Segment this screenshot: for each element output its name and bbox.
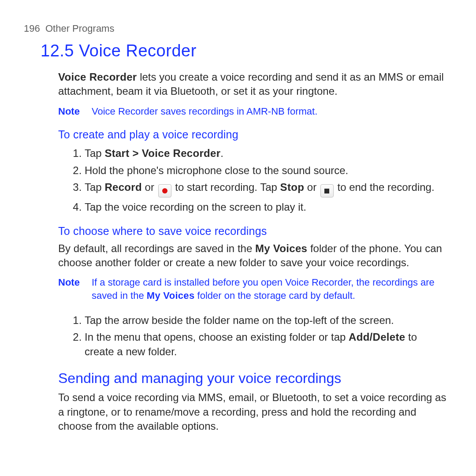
- subhead-create-play: To create and play a voice recording: [58, 127, 448, 142]
- note-label: Note: [58, 276, 92, 302]
- text: Tap: [85, 181, 104, 193]
- step-4: Tap the voice recording on the screen to…: [85, 199, 448, 216]
- page-number: 196: [24, 23, 40, 34]
- text: Tap: [85, 147, 104, 159]
- sending-paragraph: To send a voice recording via MMS, email…: [58, 390, 448, 433]
- save-location-paragraph: By default, all recordings are saved in …: [58, 242, 448, 270]
- folder-name: My Voices: [147, 290, 195, 301]
- text: or: [142, 181, 157, 193]
- step-2: Hold the phone's microphone close to the…: [85, 162, 448, 179]
- folder-name: My Voices: [255, 242, 307, 254]
- note-storage-card: Note If a storage card is installed befo…: [58, 276, 448, 302]
- record-icon: [158, 184, 171, 197]
- ui-path: Start > Voice Recorder: [104, 147, 220, 159]
- steps-save-location: Tap the arrow beside the folder name on …: [58, 312, 448, 360]
- text: .: [220, 147, 223, 159]
- ui-label-record: Record: [104, 181, 142, 193]
- text: folder on the storage card by default.: [194, 290, 355, 301]
- text: By default, all recordings are saved in …: [58, 242, 255, 254]
- step-1: Tap Start > Voice Recorder.: [85, 145, 448, 162]
- text: In the menu that opens, choose an existi…: [85, 331, 349, 343]
- intro-lead: Voice Recorder: [58, 71, 137, 83]
- note-label: Note: [58, 105, 92, 118]
- page: 196 Other Programs 12.5 Voice Recorder V…: [0, 0, 476, 433]
- intro-paragraph: Voice Recorder lets you create a voice r…: [58, 70, 448, 99]
- step-2: In the menu that opens, choose an existi…: [85, 329, 448, 360]
- body: Voice Recorder lets you create a voice r…: [58, 70, 448, 433]
- running-header: 196 Other Programs: [24, 22, 452, 35]
- chapter-name: Other Programs: [45, 23, 115, 34]
- note-text: Voice Recorder saves recordings in AMR-N…: [92, 105, 448, 118]
- text: to end the recording.: [335, 181, 435, 193]
- text: or: [304, 181, 320, 193]
- note-text: If a storage card is installed before yo…: [92, 276, 448, 302]
- note-amr: Note Voice Recorder saves recordings in …: [58, 105, 448, 118]
- subsection-title: Sending and managing your voice recordin…: [58, 369, 448, 388]
- subhead-save-location: To choose where to save voice recordings: [58, 224, 448, 239]
- step-3: Tap Record or to start recording. Tap St…: [85, 179, 448, 199]
- text: to start recording. Tap: [172, 181, 280, 193]
- stop-icon: [320, 184, 334, 197]
- ui-label-stop: Stop: [280, 181, 305, 193]
- ui-label-add-delete: Add/Delete: [349, 331, 405, 343]
- section-title: 12.5 Voice Recorder: [41, 40, 452, 62]
- step-1: Tap the arrow beside the folder name on …: [85, 312, 448, 329]
- steps-create-play: Tap Start > Voice Recorder. Hold the pho…: [58, 145, 448, 216]
